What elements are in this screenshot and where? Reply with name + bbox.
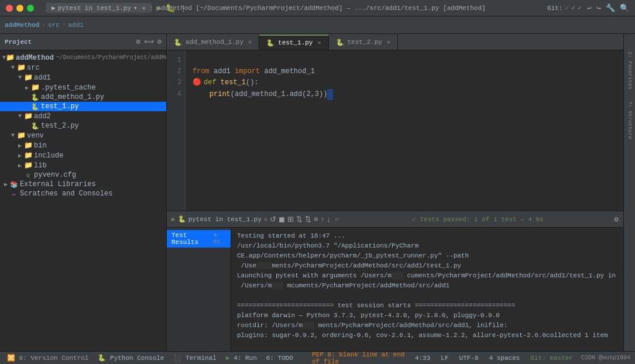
- run-tab-x[interactable]: ✕: [264, 216, 267, 223]
- terminal-label: Terminal: [186, 355, 217, 362]
- run-side-test-results[interactable]: Test Results 4 ms: [167, 230, 231, 248]
- code-content[interactable]: from add1 import add_method_1 🔴 def test…: [186, 50, 623, 211]
- tree-row-venv[interactable]: ▼ 📁 venv: [0, 131, 166, 140]
- label-scratches: Scratches and Consoles: [20, 190, 112, 198]
- undo-button[interactable]: ↩: [587, 4, 592, 13]
- tree-row-src[interactable]: ▼ 📁 src: [0, 63, 166, 73]
- run-tab-label-area: ▶ 🐍 pytest in test_1.py ✕: [171, 215, 267, 223]
- code-editor[interactable]: 1 2 3 4 from add1 import add_method_1 🔴 …: [167, 50, 623, 211]
- breadcrumb: addMethod › src › add1: [5, 22, 84, 29]
- tree-row-pytest-cache[interactable]: ▶ 📁 .pytest_cache: [0, 83, 166, 92]
- arrow-src: ▼: [9, 64, 16, 71]
- run-tab-dropdown[interactable]: ▾: [133, 4, 138, 12]
- tab-add-method[interactable]: 🐍 add_method_1.py ✕: [167, 35, 259, 50]
- tree-row-test2[interactable]: ▶ 🐍 test_2.py: [0, 121, 166, 131]
- status-todo[interactable]: 6: TODO: [264, 355, 296, 362]
- code-line-2: from add1 import add_method_1: [193, 66, 616, 77]
- wrench-icon[interactable]: 🔧: [606, 4, 615, 13]
- run-tab[interactable]: ▶ pytest in test_1.py ▾ ✕: [46, 3, 152, 13]
- folder-icon-add1: 📁: [23, 73, 33, 82]
- breadcrumb-add1[interactable]: add1: [68, 22, 83, 29]
- run-side-label: Test Results: [171, 232, 213, 246]
- status-position[interactable]: 4:33: [413, 355, 433, 362]
- run-gear-icon[interactable]: ⚙: [614, 215, 619, 224]
- run-down-button[interactable]: ↓: [327, 215, 331, 224]
- status-lf[interactable]: LF: [438, 355, 451, 362]
- status-warning: PEP 8: blank line at end of file: [312, 351, 407, 365]
- import-name: add_method_1: [264, 66, 314, 77]
- window-controls[interactable]: [6, 5, 34, 12]
- tab-close-test1[interactable]: ✕: [317, 39, 321, 46]
- run-icon: ▶: [171, 215, 176, 223]
- maximize-button[interactable]: [27, 5, 34, 12]
- line-numbers: 1 2 3 4: [167, 50, 186, 211]
- label-pytest-cache: .pytest_cache: [41, 84, 96, 92]
- expand-icon[interactable]: ⟺: [144, 37, 154, 46]
- print-args: (add_method_1.add(2,3)): [231, 89, 328, 100]
- run-filter-button[interactable]: ⊞: [287, 215, 294, 224]
- code-line-4: print (add_method_1.add(2,3)): [193, 89, 616, 100]
- python-icon: 🐍: [98, 355, 106, 362]
- run-stop-button[interactable]: ◼: [279, 215, 285, 224]
- tree-row-add1[interactable]: ▼ 📁 add1: [0, 73, 166, 83]
- fn-print: print: [210, 89, 231, 100]
- status-vc[interactable]: 🔀 9: Version Control: [5, 354, 91, 362]
- tree-row-add2[interactable]: ▼ 📁 add2: [0, 111, 166, 121]
- status-bar: 🔀 9: Version Control 🐍 Python Console ⬛ …: [0, 351, 635, 364]
- redo-button[interactable]: ↪: [596, 4, 601, 13]
- tree-row-add-method[interactable]: ▶ 🐍 add_method_1.py: [0, 92, 166, 102]
- breadcrumb-project[interactable]: addMethod: [5, 22, 39, 29]
- output-line-1: Testing started at 16:47 ...: [237, 231, 617, 241]
- tree-row-test1[interactable]: ▶ 🐍 test_1.py: [0, 102, 166, 111]
- output-line-session: ========================= test session s…: [237, 301, 617, 311]
- status-spaces[interactable]: 4 spaces: [487, 355, 523, 362]
- close-button[interactable]: [6, 5, 13, 12]
- tree-row-lib[interactable]: ▶ 📁 lib: [0, 160, 166, 170]
- status-python-console[interactable]: 🐍 Python Console: [95, 354, 166, 362]
- favorites-label[interactable]: 2: Favorites: [627, 51, 633, 90]
- minimize-button[interactable]: [16, 5, 23, 12]
- right-gutter: 2: Favorites 7: Structure: [623, 34, 635, 351]
- tab-test1[interactable]: 🐍 test_1.py ✕: [259, 35, 328, 50]
- run-sort2-button[interactable]: ⇅: [305, 215, 311, 224]
- output-line-2: /usr/local/bin/python3.7 "/Applications/…: [237, 241, 617, 261]
- search-icon[interactable]: 🔍: [620, 4, 629, 13]
- status-encoding[interactable]: UTF-8: [457, 355, 481, 362]
- run-expand-button[interactable]: ≡: [314, 215, 318, 224]
- tab-bar: 🐍 add_method_1.py ✕ 🐍 test_1.py ✕ 🐍 test…: [167, 34, 623, 50]
- tree-row-bin[interactable]: ▶ 📁 bin: [0, 140, 166, 150]
- tab-icon-add-method: 🐍: [174, 39, 182, 46]
- gear-icon[interactable]: ⚙: [157, 37, 162, 46]
- decorator-def: def: [204, 77, 217, 88]
- toolbar-icons: ↩ ↪ 🔧 🔍: [587, 4, 629, 13]
- run-toolbar: ▶ 🐍 pytest in test_1.py ✕ ↺ ◼ ⊞ ⇅ ⇅ ≡ ↑ …: [167, 211, 623, 228]
- file-tree: ▼ 📁 addMethod ~/Documents/PycharmProject…: [0, 50, 166, 351]
- run-tab-close-btn[interactable]: ✕: [142, 5, 146, 12]
- terminal-icon: ⬛: [173, 355, 181, 362]
- tab-test2[interactable]: 🐍 test_2.py ✕: [329, 35, 398, 50]
- run-output[interactable]: Testing started at 16:47 ... /usr/local/…: [231, 228, 623, 351]
- label-test1: test_1.py: [41, 102, 79, 111]
- label-src: src: [27, 64, 40, 72]
- tree-row-scratches[interactable]: ▶ ✏ Scratches and Consoles: [0, 189, 166, 198]
- tab-close-test2[interactable]: ✕: [387, 39, 390, 46]
- status-run[interactable]: ▶ 4: Run: [224, 354, 259, 362]
- tree-row-ext-lib[interactable]: ▶ 📚 External Libraries: [0, 180, 166, 189]
- run-status-icon: ▶: [226, 355, 230, 362]
- status-branch[interactable]: Git: master: [528, 355, 575, 362]
- tab-close-add-method[interactable]: ✕: [248, 39, 252, 46]
- arrow-lib: ▶: [16, 162, 23, 169]
- breadcrumb-src[interactable]: src: [48, 22, 60, 29]
- arrow-venv: ▼: [9, 132, 16, 139]
- tree-row-addmethod[interactable]: ▼ 📁 addMethod ~/Documents/PycharmProject…: [0, 53, 166, 63]
- run-up-button[interactable]: ↑: [321, 215, 325, 224]
- tree-row-include[interactable]: ▶ 📁 include: [0, 150, 166, 160]
- run-status: ✓ Tests passed: 1 of 1 test — 4 ms: [344, 215, 612, 223]
- run-sort-button[interactable]: ⇅: [296, 215, 303, 224]
- settings-icon[interactable]: ⚙: [136, 37, 140, 46]
- tree-row-pyvenv[interactable]: ▶ ⚙ pyvenv.cfg: [0, 170, 166, 180]
- arrow-pytest-cache: ▶: [23, 84, 30, 91]
- structure-label[interactable]: 7: Structure: [627, 101, 633, 139]
- status-terminal[interactable]: ⬛ Terminal: [171, 354, 218, 362]
- run-restart-button[interactable]: ↺: [270, 215, 276, 224]
